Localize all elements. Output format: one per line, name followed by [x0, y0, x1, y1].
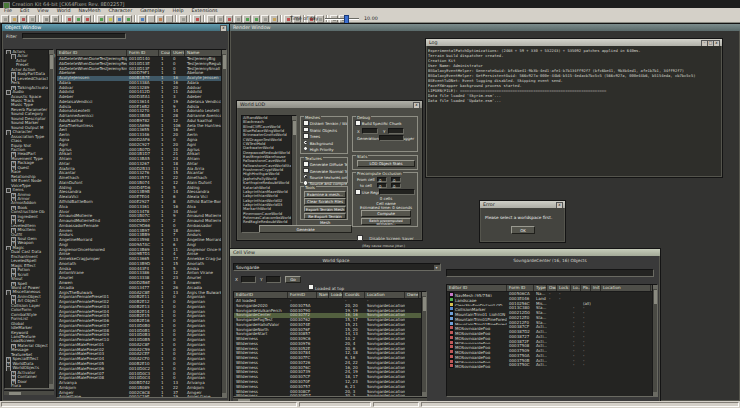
world-painting-icon[interactable] [97, 15, 105, 23]
column-header[interactable]: Owner [405, 292, 419, 298]
version-control-icon[interactable] [1, 15, 9, 23]
to-cell-x[interactable]: 0 [377, 183, 387, 188]
close-icon[interactable]: x [413, 102, 420, 108]
region-combo[interactable] [379, 189, 415, 195]
column-header[interactable]: Editor ID [447, 285, 507, 291]
run-havok-sim-icon[interactable] [193, 15, 201, 23]
preferences-icon[interactable] [28, 15, 36, 23]
column-header[interactable]: Name [185, 50, 224, 56]
object-window-titlebar[interactable]: Object Window x [2, 24, 229, 31]
compute-button[interactable]: Compute [361, 210, 411, 217]
from-cell-x[interactable]: 0 [377, 177, 387, 182]
column-header[interactable]: Loaded [329, 292, 343, 298]
column-header[interactable]: Pa... [581, 285, 591, 291]
to-cell-y[interactable]: 0 [391, 183, 401, 188]
world-lod-titlebar[interactable]: World LOD x [237, 101, 422, 108]
save-plugin-icon[interactable] [19, 15, 27, 23]
column-header[interactable]: EditorID [234, 292, 288, 298]
close-icon[interactable]: x [713, 40, 720, 46]
object-window-icon[interactable] [216, 15, 224, 23]
ok-button[interactable]: OK [511, 226, 535, 234]
local-rotation-icon[interactable] [83, 15, 91, 23]
disable-screensaver-checkbox[interactable]: Disable Screen Saver (May cause mouse ji… [357, 225, 414, 248]
toggle-markers-icon[interactable] [156, 15, 164, 23]
world-space-combo[interactable]: Sovngarde ▾ [233, 263, 441, 271]
worldspace-item[interactable]: RedEagleRedoubtWorld [242, 220, 296, 224]
chunk-x-field[interactable] [362, 128, 378, 134]
redo-icon[interactable] [51, 15, 59, 23]
filter-input[interactable] [22, 33, 126, 39]
table-row[interactable]: ArnielGane0001C19E119Arniel Gane [57, 395, 226, 398]
generate-button[interactable]: Generate [259, 225, 352, 233]
close-icon[interactable]: x [556, 202, 563, 208]
chunk-y-field[interactable] [388, 128, 404, 134]
column-header[interactable]: Count [159, 50, 171, 56]
chevron-down-icon[interactable]: ▾ [433, 265, 440, 270]
filtered-dialogue-icon[interactable] [270, 15, 278, 23]
from-cell-y[interactable]: 0 [391, 177, 401, 182]
object-category-tree[interactable]: -Actors-ActorActorPresetActor Action+Bod… [4, 49, 54, 389]
column-header[interactable]: Coords [343, 292, 365, 298]
worldspace-scrollbar[interactable] [291, 116, 296, 232]
column-header[interactable]: FormID [288, 292, 317, 298]
snap-to-grid-icon[interactable] [65, 15, 73, 23]
tree-hscrollbar[interactable] [4, 390, 54, 395]
data-files-icon[interactable] [10, 15, 18, 23]
column-header[interactable]: Editor ID [57, 50, 127, 56]
toggle-grass-icon[interactable] [124, 15, 132, 23]
column-header[interactable]: Name [317, 292, 329, 298]
build-specific-chunk-checkbox[interactable]: Build Specific Chunk [353, 120, 417, 127]
column-header[interactable]: Init... [591, 285, 601, 291]
column-header[interactable]: Lock L... [557, 285, 571, 291]
tree-node-flora[interactable]: Flora [5, 384, 53, 388]
preview-window-icon[interactable] [234, 15, 242, 23]
clear-scratch-files-button[interactable]: Clear Scratch Files [304, 198, 346, 205]
close-icon[interactable]: x [220, 25, 227, 31]
render-window-icon[interactable] [207, 15, 215, 23]
object-list-scrollbar[interactable] [221, 50, 226, 397]
radio-high-priority[interactable]: High Priority [301, 146, 347, 152]
cell-objects-filter-input[interactable] [446, 269, 654, 277]
re-export-terrain-mesh-button[interactable]: Re-Export Terrain Mesh [304, 213, 346, 220]
batch-occlusion-button[interactable]: Batch precomputed occlusion... [361, 218, 411, 225]
material-editor-icon[interactable] [243, 15, 251, 23]
cell-x-field[interactable] [241, 276, 256, 283]
table-row[interactable]: MQSovngardeFog0003750CActi...-- [447, 363, 657, 368]
isometric-view-icon[interactable] [179, 15, 187, 23]
cell-list-scrollbar[interactable] [421, 292, 426, 396]
render-window-titlebar[interactable]: Render Window [230, 24, 740, 31]
column-header[interactable]: Ow... [547, 285, 557, 291]
toggle-sky-icon[interactable] [115, 15, 123, 23]
column-header[interactable]: Location [365, 292, 405, 298]
cell-y-field[interactable] [266, 276, 281, 283]
examine-a-mesh--button[interactable]: Examine a mesh... [304, 191, 346, 198]
generation-field[interactable] [379, 135, 404, 141]
cell-view-titlebar[interactable]: Cell View [230, 249, 660, 256]
column-header[interactable]: Users [171, 50, 185, 56]
toggle-wireframe-icon[interactable] [165, 15, 173, 23]
worldspace-list[interactable]: AlftandWorldBlackreachBlindCliffCaveWorl… [241, 115, 297, 233]
time-of-day-slider[interactable] [325, 18, 359, 20]
column-header[interactable]: Form ID [127, 50, 159, 56]
column-header[interactable]: Type [534, 285, 547, 291]
tree-scrollbar[interactable] [48, 50, 53, 388]
error-dialog-titlebar[interactable]: Error x [480, 201, 565, 208]
column-header[interactable]: Lo... [571, 285, 581, 291]
toggle-water-icon[interactable] [138, 15, 146, 23]
snap-to-angle-icon[interactable] [74, 15, 82, 23]
cell-objects-scrollbar[interactable] [652, 285, 657, 396]
landscape-editing-icon[interactable] [252, 15, 260, 23]
toggle-lights-icon[interactable] [106, 15, 114, 23]
column-header[interactable]: Form ID [507, 285, 534, 291]
export-terrain-mesh-button[interactable]: Export Terrain Mesh [304, 206, 346, 213]
log-window-titlebar[interactable]: Log – □ x [426, 39, 722, 46]
lod-object-stats-button[interactable]: LOD Object Stats [357, 160, 415, 167]
status-segment [421, 402, 739, 407]
go-button[interactable]: Go [285, 276, 301, 283]
undo-icon[interactable] [42, 15, 50, 23]
object-palette-icon[interactable] [261, 15, 269, 23]
column-header[interactable]: Location [601, 285, 651, 291]
error-dialog-title: Error [483, 202, 495, 207]
toggle-fog-icon[interactable] [147, 15, 155, 23]
cell-view-icon[interactable] [225, 15, 233, 23]
